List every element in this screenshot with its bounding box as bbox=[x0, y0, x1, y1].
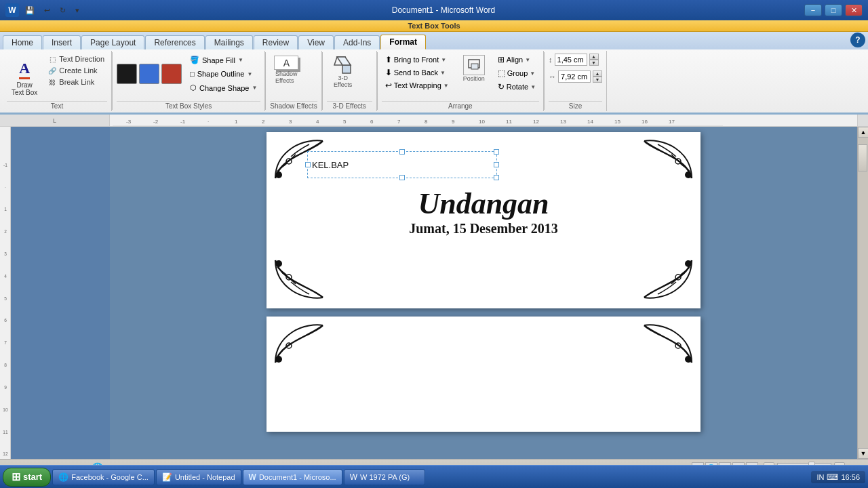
swatch-black[interactable] bbox=[117, 64, 137, 84]
ribbon-content: A DrawText Box ⬚ Text Direction 🔗 Create… bbox=[0, 49, 868, 114]
height-down-btn[interactable]: ▼ bbox=[589, 60, 599, 66]
swatch-red[interactable] bbox=[161, 64, 182, 84]
tab-page-layout[interactable]: Page Layout bbox=[81, 35, 144, 49]
shape-fill-arrow: ▼ bbox=[238, 57, 243, 63]
tab-mailings[interactable]: Mailings bbox=[205, 35, 253, 49]
scroll-down-btn[interactable]: ▼ bbox=[858, 448, 868, 459]
create-link-btn[interactable]: 🔗 Create Link bbox=[45, 65, 107, 76]
shape-outline-btn[interactable]: □ Shape Outline ▼ bbox=[186, 68, 260, 80]
close-btn[interactable]: ✕ bbox=[845, 4, 863, 16]
link-icon: 🔗 bbox=[47, 67, 57, 75]
break-link-btn[interactable]: ⛓ Break Link bbox=[45, 77, 107, 87]
help-btn[interactable]: ? bbox=[850, 33, 865, 47]
width-spin: ▲ ▼ bbox=[593, 70, 602, 83]
tab-home[interactable]: Home bbox=[3, 35, 42, 49]
handle-left[interactable] bbox=[305, 162, 311, 167]
position-label: Position bbox=[463, 75, 485, 82]
tab-references[interactable]: References bbox=[145, 35, 204, 49]
taskbar-item-facebook[interactable]: 🌐 Facebook - Google C... bbox=[52, 469, 155, 485]
svg-point-41 bbox=[275, 171, 282, 178]
height-up-btn[interactable]: ▲ bbox=[589, 54, 599, 60]
bring-to-front-btn[interactable]: ⬆ Bring to Front ▼ bbox=[382, 54, 452, 66]
align-btn[interactable]: ⊞ Align ▼ bbox=[494, 54, 539, 66]
main-area: -1 · 1 2 3 4 5 6 7 8 9 10 11 12 bbox=[0, 127, 868, 459]
taskbar-item-notepad[interactable]: 📝 Untitled - Notepad bbox=[156, 469, 241, 485]
start-button[interactable]: ⊞ start bbox=[3, 468, 51, 487]
svg-text:8: 8 bbox=[425, 119, 428, 125]
svg-text:-2: -2 bbox=[153, 119, 159, 125]
undo-btn[interactable]: ↩ bbox=[41, 4, 54, 17]
scroll-track[interactable] bbox=[858, 138, 868, 448]
svg-text:11: 11 bbox=[506, 119, 512, 125]
minimize-btn[interactable]: − bbox=[804, 4, 822, 16]
tab-review[interactable]: Review bbox=[254, 35, 298, 49]
rotate-btn[interactable]: ↻ Rotate ▼ bbox=[494, 81, 539, 93]
outline-icon: □ bbox=[190, 70, 195, 78]
styles-group-label: Text Box Styles bbox=[117, 101, 260, 110]
rotate-arrow: ▼ bbox=[530, 84, 536, 90]
tab-format[interactable]: Format bbox=[380, 35, 426, 49]
swatch-blue[interactable] bbox=[139, 64, 159, 84]
width-up-btn[interactable]: ▲ bbox=[593, 70, 602, 77]
maximize-btn[interactable]: □ bbox=[825, 4, 842, 16]
send-back-icon: ⬇ bbox=[385, 68, 392, 77]
svg-text:14: 14 bbox=[587, 119, 593, 125]
handle-top[interactable] bbox=[399, 149, 405, 155]
tab-view[interactable]: View bbox=[298, 35, 334, 49]
handle-bottom-right[interactable] bbox=[494, 175, 499, 180]
group-btn[interactable]: ⬚ Group ▼ bbox=[494, 67, 539, 79]
app-icon: W bbox=[5, 3, 19, 17]
title-bar-left: W 💾 ↩ ↻ ▾ bbox=[5, 3, 83, 17]
width-input[interactable] bbox=[558, 70, 591, 83]
dropdown-btn[interactable]: ▾ bbox=[72, 4, 83, 17]
svg-text:3: 3 bbox=[4, 251, 7, 256]
threed-effects-btn[interactable]: 3-DEffects bbox=[327, 54, 359, 86]
taskbar-item-w1972[interactable]: W W 1972 PA (G) bbox=[344, 469, 425, 485]
threed-effects-group: 3-DEffects 3-D Effects bbox=[323, 51, 377, 111]
textbox-styles-group: 🪣 Shape Fill ▼ □ Shape Outline ▼ ⬡ Chang… bbox=[113, 51, 265, 111]
undangan-heading: Undangan bbox=[267, 186, 701, 221]
ribbon: Text Box Tools Home Insert Page Layout R… bbox=[0, 20, 868, 115]
quick-save[interactable]: 💾 bbox=[22, 4, 38, 17]
ruler-vertical: -1 · 1 2 3 4 5 6 7 8 9 10 11 12 bbox=[0, 127, 11, 459]
text-direction-btn[interactable]: ⬚ Text Direction bbox=[45, 54, 107, 64]
shadow-effects-group: A ShadowEffects Shadow Effects bbox=[266, 51, 321, 111]
position-btn[interactable]: Position bbox=[459, 54, 489, 83]
group-icon: ⬚ bbox=[498, 68, 505, 78]
tab-insert[interactable]: Insert bbox=[43, 35, 81, 49]
shadow-effects-btn[interactable]: A ShadowEffects bbox=[270, 54, 302, 86]
send-back-arrow: ▼ bbox=[440, 70, 446, 76]
text-actions: ⬚ Text Direction 🔗 Create Link ⛓ Break L… bbox=[45, 54, 107, 87]
ruler-right-corner bbox=[857, 115, 868, 126]
canvas-area[interactable]: KEL.BAP Undangan Jumat, 15 Desember 2013 bbox=[110, 127, 857, 459]
width-row: ↔ ▲ ▼ bbox=[549, 70, 602, 83]
handle-bottom[interactable] bbox=[399, 175, 405, 180]
svg-text:1: 1 bbox=[235, 119, 238, 125]
text-a-icon: A bbox=[19, 60, 30, 79]
svg-text:4: 4 bbox=[316, 119, 319, 125]
handle-top-right[interactable] bbox=[494, 149, 499, 155]
svg-text:11: 11 bbox=[3, 430, 8, 434]
taskbar-item-word[interactable]: W Document1 - Microso... bbox=[243, 469, 342, 485]
scroll-up-btn[interactable]: ▲ bbox=[858, 127, 868, 138]
send-to-back-btn[interactable]: ⬇ Send to Back ▼ bbox=[382, 66, 452, 79]
ornament2-top-right bbox=[641, 322, 695, 368]
change-shape-btn[interactable]: ⬡ Change Shape ▼ bbox=[186, 81, 260, 94]
width-icon: ↔ bbox=[549, 73, 556, 81]
redo-btn[interactable]: ↻ bbox=[56, 4, 69, 17]
align-arrow: ▼ bbox=[525, 57, 530, 63]
arrange-group-label: Arrange bbox=[382, 101, 539, 110]
width-down-btn[interactable]: ▼ bbox=[593, 77, 602, 83]
draw-textbox-btn[interactable]: A DrawText Box bbox=[7, 54, 42, 100]
keyboard-icon: ⌨ bbox=[827, 472, 838, 482]
text-wrapping-btn[interactable]: ↩ Text Wrapping ▼ bbox=[382, 79, 452, 92]
height-input[interactable] bbox=[555, 54, 587, 66]
selected-textbox[interactable]: KEL.BAP bbox=[307, 151, 497, 178]
arrange-content: ⬆ Bring to Front ▼ ⬇ Send to Back ▼ ↩ Te… bbox=[382, 54, 539, 100]
threed-label: 3-DEffects bbox=[334, 75, 352, 88]
handle-right[interactable] bbox=[494, 162, 499, 167]
scroll-thumb[interactable] bbox=[858, 144, 867, 171]
tab-add-ins[interactable]: Add-Ins bbox=[334, 35, 380, 49]
tab-row: Home Insert Page Layout References Maili… bbox=[0, 32, 868, 49]
shape-fill-btn[interactable]: 🪣 Shape Fill ▼ bbox=[186, 54, 260, 66]
